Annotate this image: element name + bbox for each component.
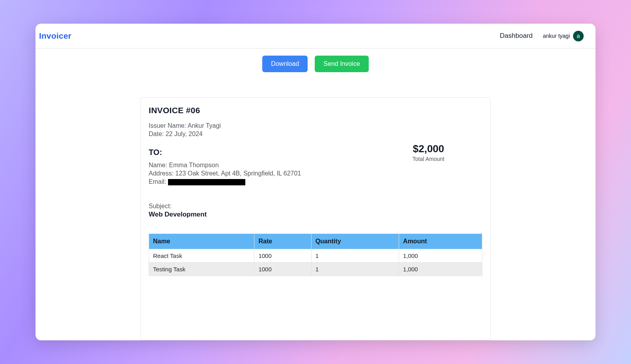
download-button[interactable]: Download [262,56,308,72]
to-email: Email: [149,178,482,185]
brand-logo[interactable]: Invoicer [39,31,71,41]
th-amount: Amount [399,234,482,249]
table-header-row: Name Rate Quantity Amount [149,234,482,249]
app-window: Invoicer Dashboard ankur tyagi a Downloa… [35,24,596,340]
table-row: React Task 1000 1 1,000 [149,249,482,263]
date-line: Date: 22 July, 2024 [149,131,482,138]
total-label: Total Amount [413,156,444,162]
to-email-label: Email: [149,178,166,185]
th-rate: Rate [254,234,311,249]
total-box: $2,000 Total Amount [413,143,444,162]
navbar-right: Dashboard ankur tyagi a [500,31,594,41]
cell-amount: 1,000 [399,263,482,276]
subject-value: Web Development [149,211,482,218]
th-quantity: Quantity [311,234,399,249]
user-name-label: ankur tyagi [543,33,570,39]
table-row: Testing Task 1000 1 1,000 [149,263,482,276]
avatar: a [573,31,584,41]
to-address: Address: 123 Oak Street, Apt 4B, Springf… [149,170,482,177]
total-amount: $2,000 [413,143,444,155]
actions-bar: Download Send Invoice [35,49,596,79]
cell-name: React Task [149,249,254,263]
user-menu[interactable]: ankur tyagi a [543,31,594,41]
invoice-title: INVOICE #06 [149,106,482,115]
cell-rate: 1000 [254,249,311,263]
to-name: Name: Emma Thompson [149,162,482,169]
cell-qty: 1 [311,263,399,276]
subject-label: Subject: [149,203,482,210]
email-redacted [168,179,245,185]
cell-rate: 1000 [254,263,311,276]
cell-amount: 1,000 [399,249,482,263]
issuer-line: Issuer Name: Ankur Tyagi [149,122,482,129]
cell-qty: 1 [311,249,399,263]
navbar: Invoicer Dashboard ankur tyagi a [35,24,596,49]
cell-name: Testing Task [149,263,254,276]
nav-dashboard[interactable]: Dashboard [500,32,532,40]
send-invoice-button[interactable]: Send Invoice [315,56,369,72]
items-table: Name Rate Quantity Amount React Task 100… [149,233,482,276]
th-name: Name [149,234,254,249]
invoice-card: INVOICE #06 Issuer Name: Ankur Tyagi Dat… [140,97,491,340]
invoice-wrapper: INVOICE #06 Issuer Name: Ankur Tyagi Dat… [35,79,596,340]
